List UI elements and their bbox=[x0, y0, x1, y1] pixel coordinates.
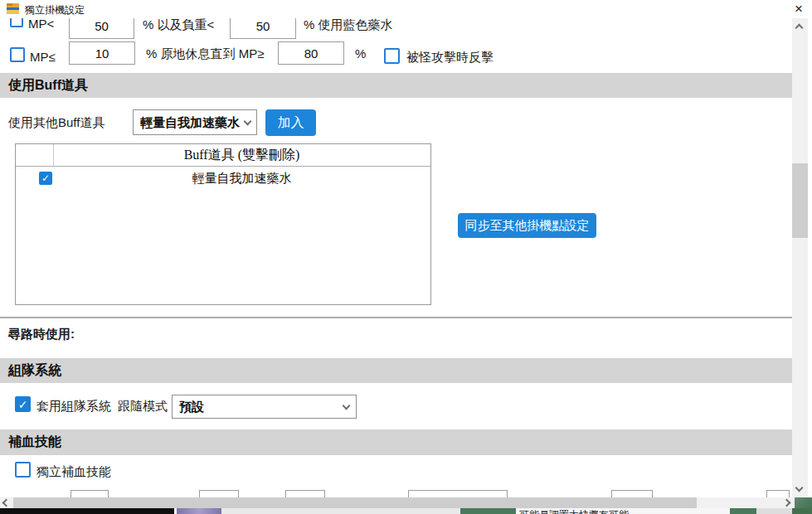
mp-rest-checkbox[interactable] bbox=[10, 47, 25, 62]
percent-label: % bbox=[355, 46, 366, 61]
follow-mode-label: 跟隨模式 bbox=[118, 399, 168, 415]
heal-section-title: 補血技能 bbox=[8, 434, 61, 451]
buff-item-select-value: 輕量自我加速藥水 bbox=[140, 114, 240, 130]
follow-mode-select[interactable]: 預設 bbox=[172, 395, 357, 419]
heal-section-header: 補血技能 bbox=[0, 429, 793, 455]
app-icon bbox=[7, 3, 19, 14]
window-title: 獨立掛機設定 bbox=[25, 3, 85, 17]
background-text-strip: 可能是調置太快擲有可能 bbox=[516, 508, 730, 514]
mp-rest-input[interactable] bbox=[69, 41, 135, 65]
rest-until-label: % 原地休息直到 MP≥ bbox=[146, 46, 264, 62]
taskbar-black-segment bbox=[0, 508, 174, 514]
team-section-header: 組隊系統 bbox=[0, 358, 793, 383]
scroll-up-icon[interactable] bbox=[795, 24, 804, 32]
chevron-down-icon bbox=[343, 402, 351, 410]
chevron-down-icon bbox=[244, 118, 252, 126]
apply-team-label: 套用組隊系統 bbox=[36, 399, 111, 415]
mp-rest-until-input[interactable] bbox=[278, 41, 344, 65]
mp-rest-label: MP≤ bbox=[30, 50, 56, 64]
add-buff-button[interactable]: 加入 bbox=[265, 109, 316, 136]
buff-item-label: 輕量自我加速藥水 bbox=[53, 171, 430, 187]
scroll-right-icon[interactable] bbox=[783, 499, 791, 507]
buff-list[interactable]: Buff道具 (雙擊刪除) ✓ 輕量自我加速藥水 bbox=[15, 143, 431, 305]
pathfind-label: 尋路時使用: bbox=[8, 327, 75, 342]
background-window-edge bbox=[808, 18, 812, 497]
vertical-scrollbar-thumb[interactable] bbox=[792, 163, 808, 238]
buff-list-header-row: Buff道具 (雙擊刪除) bbox=[16, 144, 430, 167]
close-button[interactable]: × bbox=[788, 0, 810, 18]
window-titlebar: 獨立掛機設定 × bbox=[0, 0, 812, 18]
counter-attack-label: 被怪攻擊時反擊 bbox=[406, 50, 494, 65]
taskbar-green-segment bbox=[460, 508, 516, 514]
mp-potion-label: MP< bbox=[28, 17, 54, 31]
horizontal-scrollbar-thumb[interactable] bbox=[13, 497, 697, 508]
check-icon: ✓ bbox=[41, 172, 50, 184]
follow-mode-value: 預設 bbox=[179, 399, 204, 415]
scroll-left-icon[interactable] bbox=[2, 499, 11, 507]
taskbar-light-segment bbox=[221, 508, 460, 514]
apply-team-checkbox[interactable]: ✓ bbox=[15, 396, 31, 412]
blue-potion-label: % 使用藍色藥水 bbox=[304, 17, 393, 33]
horizontal-scrollbar[interactable] bbox=[0, 497, 795, 508]
check-icon: ✓ bbox=[18, 398, 28, 411]
independent-heal-label: 獨立補血技能 bbox=[36, 464, 111, 480]
buff-section-header: 使用Buff道具 bbox=[0, 73, 793, 98]
taskbar-avatar bbox=[177, 508, 221, 514]
vertical-scrollbar[interactable] bbox=[792, 18, 808, 497]
taskbar-strip: 可能是調置太快擲有可能 bbox=[0, 508, 812, 514]
independent-heal-checkbox[interactable] bbox=[15, 462, 31, 478]
taskbar-green-segment bbox=[792, 508, 812, 514]
scroll-down-icon[interactable] bbox=[795, 484, 804, 492]
buff-section-title: 使用Buff道具 bbox=[8, 77, 88, 95]
counter-attack-checkbox[interactable] bbox=[384, 48, 400, 64]
section-divider bbox=[0, 317, 793, 318]
weight-label: % 以及負重< bbox=[143, 17, 214, 33]
taskbar-green-segment bbox=[730, 508, 756, 514]
sync-settings-button[interactable]: 同步至其他掛機點設定 bbox=[458, 213, 596, 238]
background-window-text: 可能是調置太快擲有可能 bbox=[519, 508, 629, 514]
team-section-title: 組隊系統 bbox=[8, 362, 61, 380]
buff-list-header: Buff道具 (雙擊刪除) bbox=[53, 147, 430, 164]
taskbar-light-segment bbox=[756, 508, 792, 514]
use-buff-label: 使用其他Buff道具 bbox=[8, 115, 105, 131]
list-item[interactable]: ✓ 輕量自我加速藥水 bbox=[16, 167, 430, 188]
buff-item-select[interactable]: 輕量自我加速藥水 bbox=[133, 109, 257, 135]
buff-item-checkbox[interactable]: ✓ bbox=[39, 172, 52, 185]
